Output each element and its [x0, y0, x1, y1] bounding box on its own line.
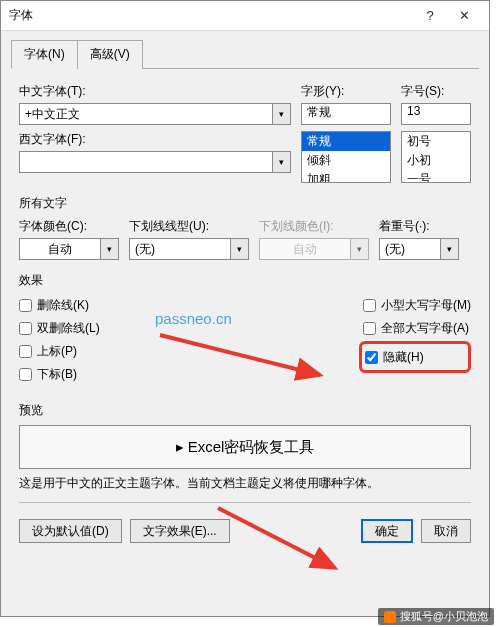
style-input[interactable]: 常规	[301, 103, 391, 125]
chk-super[interactable]: 上标(P)	[19, 341, 100, 361]
font-color-combo[interactable]: 自动 ▾	[19, 238, 119, 260]
cn-font-value: +中文正文	[20, 106, 272, 123]
ok-button[interactable]: 确定	[361, 519, 413, 543]
close-button[interactable]: ✕	[447, 5, 481, 27]
label-emphasis: 着重号(·):	[379, 218, 459, 235]
chevron-down-icon: ▾	[350, 239, 368, 259]
size-listbox[interactable]: 初号 小初 一号	[401, 131, 471, 183]
label-cn-font: 中文字体(T):	[19, 83, 291, 100]
dialog-title: 字体	[9, 7, 413, 24]
chevron-down-icon[interactable]: ▾	[272, 152, 290, 172]
label-style: 字形(Y):	[301, 83, 391, 100]
list-item[interactable]: 一号	[402, 170, 470, 183]
list-item[interactable]: 倾斜	[302, 151, 390, 170]
section-all-text: 所有文字	[19, 195, 471, 212]
label-font-color: 字体颜色(C):	[19, 218, 119, 235]
chk-hidden[interactable]: 隐藏(H)	[365, 347, 424, 367]
text-effects-button[interactable]: 文字效果(E)...	[130, 519, 230, 543]
chk-allcaps[interactable]: 全部大写字母(A)	[363, 318, 471, 338]
font-dialog: 字体 ? ✕ 字体(N) 高级(V) 中文字体(T): +中文正文 ▾ 字形(Y…	[0, 0, 490, 617]
emphasis-combo[interactable]: (无) ▾	[379, 238, 459, 260]
size-input[interactable]: 13	[401, 103, 471, 125]
cn-font-combo[interactable]: +中文正文 ▾	[19, 103, 291, 125]
attribution-badge: 搜狐号@小贝泡泡	[378, 608, 494, 625]
chk-smallcaps[interactable]: 小型大写字母(M)	[363, 295, 471, 315]
section-preview: 预览	[19, 402, 471, 419]
list-item[interactable]: 初号	[402, 132, 470, 151]
dialog-buttons: 设为默认值(D) 文字效果(E)... 确定 取消	[1, 519, 489, 555]
sohu-logo-icon	[384, 611, 396, 623]
tab-font[interactable]: 字体(N)	[11, 40, 78, 69]
tab-advanced[interactable]: 高级(V)	[77, 40, 143, 69]
label-underline-style: 下划线线型(U):	[129, 218, 249, 235]
help-button[interactable]: ?	[413, 5, 447, 27]
label-west-font: 西文字体(F):	[19, 131, 291, 148]
section-effects: 效果	[19, 272, 471, 289]
label-size: 字号(S):	[401, 83, 471, 100]
list-item[interactable]: 常规	[302, 132, 390, 151]
preview-box: ▸ Excel密码恢复工具	[19, 425, 471, 469]
titlebar: 字体 ? ✕	[1, 1, 489, 31]
preview-description: 这是用于中文的正文主题字体。当前文档主题定义将使用哪种字体。	[19, 475, 471, 492]
underline-color-combo: 自动 ▾	[259, 238, 369, 260]
divider	[19, 502, 471, 503]
cancel-button[interactable]: 取消	[421, 519, 471, 543]
tab-bar: 字体(N) 高级(V)	[11, 39, 479, 69]
west-font-combo[interactable]: ▾	[19, 151, 291, 173]
preview-text: ▸ Excel密码恢复工具	[176, 438, 315, 457]
chk-dstrike[interactable]: 双删除线(L)	[19, 318, 100, 338]
style-listbox[interactable]: 常规 倾斜 加粗	[301, 131, 391, 183]
hidden-highlight: 隐藏(H)	[359, 341, 471, 373]
dialog-body: 中文字体(T): +中文正文 ▾ 字形(Y): 常规 字号(S): 13 西文字…	[1, 69, 489, 519]
set-default-button[interactable]: 设为默认值(D)	[19, 519, 122, 543]
label-underline-color: 下划线颜色(I):	[259, 218, 369, 235]
chevron-down-icon[interactable]: ▾	[272, 104, 290, 124]
chk-sub[interactable]: 下标(B)	[19, 364, 100, 384]
chevron-down-icon[interactable]: ▾	[230, 239, 248, 259]
list-item[interactable]: 小初	[402, 151, 470, 170]
chevron-down-icon[interactable]: ▾	[100, 239, 118, 259]
list-item[interactable]: 加粗	[302, 170, 390, 183]
underline-style-combo[interactable]: (无) ▾	[129, 238, 249, 260]
chevron-down-icon[interactable]: ▾	[440, 239, 458, 259]
chk-strike[interactable]: 删除线(K)	[19, 295, 100, 315]
